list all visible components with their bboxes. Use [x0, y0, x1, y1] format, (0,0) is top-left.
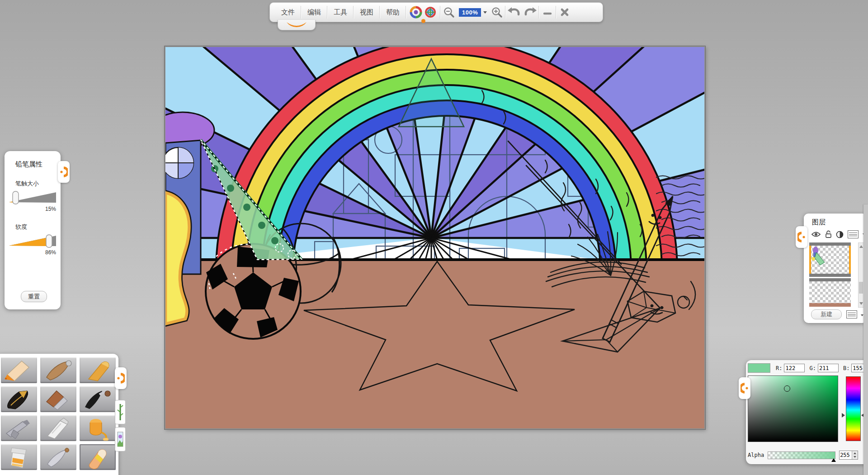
saturation-value-field[interactable] — [748, 375, 838, 442]
layers-panel: 图层 — [804, 214, 867, 323]
close-button[interactable] — [557, 5, 573, 19]
unlock-icon[interactable] — [825, 230, 832, 238]
pencil-panel-title: 铅笔属性 — [15, 160, 61, 169]
layer-2-ground-strip — [809, 303, 851, 307]
tool-palette-knife[interactable] — [40, 444, 76, 470]
color-panel-handle[interactable] — [739, 377, 750, 399]
tool-palette-handle[interactable] — [115, 367, 127, 389]
color-picker-panel: R: G: B: Alpha — [746, 360, 868, 464]
tool-paint-jar[interactable] — [1, 444, 37, 470]
layers-options-icon[interactable] — [846, 310, 857, 318]
layer-1-sketch — [811, 246, 829, 266]
tool-wooden-pencil[interactable] — [40, 357, 76, 383]
tool-palette-panel — [0, 354, 118, 475]
clown-eye-right-icon — [424, 6, 437, 19]
alpha-spinner — [839, 451, 858, 460]
brush-size-label: 笔触大小 — [15, 180, 61, 188]
alpha-down-icon[interactable] — [854, 456, 856, 458]
new-layer-button[interactable]: 新建 — [811, 309, 842, 319]
minimize-button[interactable] — [539, 5, 556, 19]
scroll-up-icon[interactable] — [859, 245, 863, 248]
tool-colored-pencil[interactable] — [1, 357, 37, 383]
menu-file[interactable]: 文件 — [275, 8, 301, 17]
brush-size-slider[interactable] — [8, 190, 57, 206]
crayon-icon — [80, 357, 116, 383]
softness-label: 软度 — [15, 223, 61, 231]
tool-fountain-pen[interactable] — [1, 386, 37, 412]
zoom-dropdown-caret-icon[interactable] — [483, 11, 487, 14]
docked-panel-edge — [863, 204, 868, 475]
reset-button[interactable]: 重置 — [21, 291, 47, 302]
visibility-eye-icon[interactable] — [811, 231, 821, 238]
tool-paint-tube[interactable] — [40, 415, 76, 441]
pencil-properties-panel: 铅笔属性 笔触大小 15% 软度 86% 重置 — [5, 151, 61, 309]
tool-crayon[interactable] — [80, 357, 116, 383]
redo-button[interactable] — [522, 5, 538, 19]
zoom-out-button[interactable] — [441, 5, 457, 19]
clown-logo-icon[interactable] — [406, 3, 440, 22]
orange-hook-icon — [117, 373, 125, 384]
layer-2-thumbnail[interactable] — [809, 278, 851, 307]
alpha-marker-icon[interactable] — [831, 458, 836, 462]
tool-airbrush[interactable] — [1, 415, 37, 441]
alpha-input[interactable] — [840, 451, 852, 459]
canvas-artwork — [165, 47, 704, 428]
alpha-label: Alpha — [748, 452, 764, 458]
layer-menu-icon[interactable] — [848, 230, 859, 238]
tool-flat-brush[interactable] — [40, 386, 76, 412]
menu-view[interactable]: 视图 — [354, 8, 379, 17]
softness-value: 86% — [5, 249, 56, 256]
softness-slider[interactable] — [8, 234, 57, 249]
ink-brush-icon — [80, 386, 116, 412]
main-toolbar: 文件 编辑 工具 视图 帮助 — [269, 2, 603, 22]
hue-bar[interactable] — [846, 376, 861, 441]
eraser-icon — [80, 444, 116, 470]
zoom-level-combo[interactable]: 100% — [459, 8, 487, 17]
layers-panel-title: 图层 — [812, 218, 867, 227]
tool-grid — [0, 354, 118, 470]
bamboo-brush-icon — [117, 402, 124, 422]
red-label: R: — [776, 365, 782, 371]
blue-label: B: — [843, 365, 849, 371]
paint-jar-icon — [1, 444, 37, 470]
orange-hook-icon — [741, 383, 749, 394]
tool-paint-roller[interactable] — [80, 415, 116, 441]
clown-mouth-icon — [284, 21, 309, 28]
scroll-down-icon[interactable] — [859, 302, 863, 305]
blend-half-circle-icon[interactable] — [836, 231, 844, 238]
alpha-bar[interactable] — [768, 451, 835, 459]
tool-eraser[interactable] — [80, 444, 116, 470]
hue-marker-left-icon[interactable] — [842, 413, 845, 418]
clown-nose-icon — [421, 19, 425, 23]
bamboo-style-button[interactable] — [115, 400, 126, 424]
scrollbar-thumb[interactable] — [859, 282, 863, 294]
palette-knife-icon — [40, 444, 76, 470]
orange-hook-icon — [797, 232, 806, 242]
fountain-pen-icon — [1, 386, 37, 412]
pencil-panel-handle[interactable] — [58, 161, 70, 183]
paint-roller-icon — [80, 415, 116, 441]
current-color-swatch — [748, 363, 770, 373]
layer-1-thumbnail[interactable] — [809, 242, 851, 277]
flat-brush-icon — [40, 386, 76, 412]
layers-panel-handle[interactable] — [796, 226, 807, 248]
picture-style-button[interactable] — [115, 427, 126, 451]
airbrush-icon — [1, 415, 37, 441]
color-cursor[interactable] — [784, 385, 790, 392]
menu-help[interactable]: 帮助 — [380, 8, 406, 17]
clown-eye-left-icon — [410, 6, 422, 19]
drawing-canvas[interactable] — [165, 46, 705, 429]
zoom-level-value[interactable]: 100% — [459, 8, 481, 17]
green-input[interactable] — [818, 364, 839, 372]
wooden-pencil-icon — [40, 357, 76, 383]
orange-hook-icon — [60, 166, 68, 177]
undo-button[interactable] — [506, 5, 522, 19]
red-input[interactable] — [784, 364, 805, 372]
menu-tools[interactable]: 工具 — [328, 8, 353, 17]
alpha-up-icon[interactable] — [854, 452, 856, 454]
menu-edit[interactable]: 编辑 — [302, 8, 327, 17]
clown-mouth-tab[interactable] — [278, 20, 316, 30]
brush-size-value: 15% — [5, 206, 56, 212]
tool-ink-brush[interactable] — [80, 386, 116, 412]
zoom-in-button[interactable] — [489, 5, 505, 19]
